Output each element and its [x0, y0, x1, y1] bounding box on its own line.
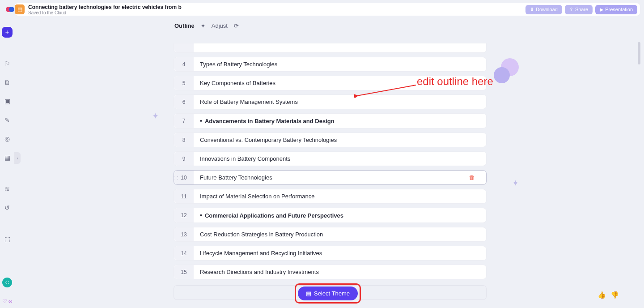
card-body[interactable]: Innovations in Battery Components — [194, 152, 486, 166]
card-number: 8 — [174, 133, 194, 147]
share-button[interactable]: ⇪Share — [565, 5, 593, 14]
outline-card[interactable]: 10⋮⋮Future Battery Technologies🗑 — [174, 170, 487, 185]
select-theme-label: Select Theme — [314, 290, 350, 297]
feedback-thumbs: 👍 👎 — [597, 291, 619, 299]
outline-card[interactable]: 12•Commercial Applications and Future Pe… — [174, 208, 487, 223]
card-body[interactable]: Research Directions and Industry Investm… — [194, 265, 486, 279]
thumbs-down-icon[interactable]: 👎 — [610, 291, 619, 299]
annotation-text: edit outline here — [417, 75, 493, 88]
card-body[interactable]: •Advancements in Battery Materials and D… — [194, 114, 486, 128]
document-save-status: Saved to the Cloud — [28, 10, 182, 15]
add-new-button[interactable]: ＋ — [2, 27, 13, 38]
card-number: 15 — [174, 265, 194, 279]
ai-sparkle-icon[interactable]: ✦ — [201, 23, 205, 29]
presentation-label: Presentation — [605, 7, 633, 12]
card-number: 11 — [174, 189, 194, 203]
topbar: ▤ Connecting battery technologies for el… — [14, 3, 640, 16]
play-icon: ▶ — [600, 7, 603, 13]
history-icon[interactable]: ↺ — [2, 202, 13, 213]
download-label: Download — [536, 7, 558, 12]
outline-card[interactable]: 7•Advancements in Battery Materials and … — [174, 113, 487, 128]
card-number: 14 — [174, 246, 194, 260]
left-sidebar: ＋ ⚐ 🗎 ▣ ✎ ◎ ▦ ≋ ↺ ⬚ C ♡ ∞ — [0, 20, 14, 308]
bullet-icon: • — [200, 117, 202, 124]
document-icon[interactable]: 🗎 — [2, 77, 13, 88]
scrollbar[interactable] — [638, 42, 640, 64]
card-title: Impact of Material Selection on Performa… — [200, 193, 315, 200]
card-body[interactable]: Role of Battery Management Systems — [194, 95, 486, 109]
outline-card[interactable]: 14Lifecycle Management and Recycling Ini… — [174, 246, 487, 261]
card-number: 10⋮⋮ — [174, 171, 194, 184]
outline-card[interactable]: 6Role of Battery Management Systems — [174, 94, 487, 109]
card-title: Advancements in Battery Materials and De… — [205, 118, 335, 124]
outline-card[interactable]: 11Impact of Material Selection on Perfor… — [174, 189, 487, 204]
card-body[interactable]: Types of Battery Technologies — [194, 57, 486, 71]
card-title: Role of Battery Management Systems — [200, 98, 298, 105]
outline-card[interactable]: 9Innovations in Battery Components — [174, 151, 487, 166]
outline-toolbar: Outline ✦ Adjust ⟳ — [174, 22, 239, 29]
select-theme-button[interactable]: ▤ Select Theme — [298, 287, 358, 300]
main-area: Outline ✦ Adjust ⟳ 4Types of Battery Tec… — [14, 20, 641, 308]
card-body[interactable]: Lifecycle Management and Recycling Initi… — [194, 246, 486, 260]
card-title: Innovations in Battery Components — [200, 155, 290, 162]
document-type-icon: ▤ — [15, 4, 25, 14]
adjust-button[interactable]: Adjust — [212, 22, 228, 29]
outline-card[interactable]: 15Research Directions and Industry Inves… — [174, 265, 487, 279]
media-icon[interactable]: ▣ — [2, 96, 13, 107]
drag-handle-icon[interactable]: ⋮⋮ — [172, 175, 179, 180]
presentation-button[interactable]: ▶Presentation — [595, 5, 637, 14]
user-avatar[interactable]: C — [2, 278, 12, 287]
card-body[interactable]: Cost Reduction Strategies in Battery Pro… — [194, 227, 486, 241]
share-icon: ⇪ — [569, 7, 573, 13]
doc-title-block: Connecting battery technologies for elec… — [28, 4, 182, 15]
theme-icon: ▤ — [306, 290, 311, 297]
refresh-icon[interactable]: ⟳ — [234, 22, 239, 29]
card-number: 12 — [174, 208, 194, 222]
app-logo-icon — [6, 5, 15, 14]
card-body[interactable]: Conventional vs. Contemporary Battery Te… — [194, 133, 486, 147]
card-number: 5 — [174, 76, 194, 90]
card-number: 6 — [174, 95, 194, 109]
card-number: 9 — [174, 152, 194, 166]
banner-icon[interactable]: ⚐ — [2, 58, 13, 69]
cube-icon[interactable]: ⬚ — [2, 234, 13, 244]
card-title: Research Directions and Industry Investm… — [200, 269, 319, 275]
card-title: Types of Battery Technologies — [200, 61, 277, 68]
document-title: Connecting battery technologies for elec… — [28, 4, 182, 10]
card-body[interactable]: •Commercial Applications and Future Pers… — [194, 208, 486, 222]
outline-card[interactable]: 4Types of Battery Technologies — [174, 57, 487, 72]
card-title: Lifecycle Management and Recycling Initi… — [200, 250, 322, 257]
download-icon: ⬇ — [530, 7, 534, 13]
card-title: Commercial Applications and Future Persp… — [205, 212, 343, 219]
infinity-icon[interactable]: ♡ ∞ — [2, 298, 13, 304]
thumbs-up-icon[interactable]: 👍 — [597, 291, 606, 299]
download-button[interactable]: ⬇Download — [525, 5, 562, 14]
card-title: Cost Reduction Strategies in Battery Pro… — [200, 231, 323, 238]
card-title: Conventional vs. Contemporary Battery Te… — [200, 137, 337, 143]
outline-tab[interactable]: Outline — [174, 22, 195, 29]
card-title: Key Components of Batteries — [200, 80, 275, 86]
spiral-icon[interactable]: ◎ — [2, 133, 13, 144]
card-number: 13 — [174, 227, 194, 241]
delete-card-icon[interactable]: 🗑 — [469, 174, 480, 181]
bullet-icon: • — [200, 212, 202, 219]
card-number: 7 — [174, 114, 194, 128]
card-title: Future Battery Technologies — [200, 174, 272, 181]
magic-wand-icon[interactable]: ✎ — [2, 115, 13, 125]
layers-icon[interactable]: ≋ — [2, 184, 13, 194]
card-number: 4 — [174, 57, 194, 71]
outline-card[interactable]: 8Conventional vs. Contemporary Battery T… — [174, 133, 487, 147]
grid-icon[interactable]: ▦ — [2, 152, 13, 163]
card-body[interactable]: Future Battery Technologies🗑 — [194, 171, 486, 184]
card-body[interactable]: Impact of Material Selection on Performa… — [194, 189, 486, 203]
card-peek — [174, 43, 487, 53]
share-label: Share — [575, 7, 588, 12]
outline-card[interactable]: 13Cost Reduction Strategies in Battery P… — [174, 227, 487, 242]
select-theme-highlight: ▤ Select Theme — [295, 283, 361, 304]
